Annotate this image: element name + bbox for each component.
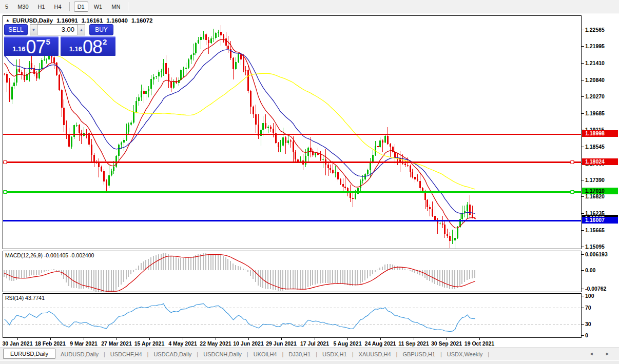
date-axis-tick <box>479 338 480 340</box>
price-axis-label: -0.00762 <box>585 286 606 292</box>
ohlc-open: 1.16091 <box>56 17 78 24</box>
axis-tick-dash <box>582 213 584 214</box>
price-axis-label: 1.15095 <box>585 244 605 250</box>
price-axis-label: 0.006193 <box>585 251 608 257</box>
rsi-chart-canvas[interactable] <box>3 294 581 337</box>
axis-tick-dash <box>582 289 584 289</box>
tab-audusd-daily[interactable]: AUDUSD,Daily <box>55 350 104 359</box>
axis-tick-dash <box>582 254 584 255</box>
chart-symbol-label: EURUSD,Daily <box>12 17 53 24</box>
hline-price-flag: 1.18024 <box>582 158 618 165</box>
timeframe-button-5[interactable]: 5 <box>2 2 12 12</box>
status-bar <box>0 360 619 364</box>
timeframe-button-w1[interactable]: W1 <box>90 2 106 12</box>
sell-button[interactable]: SELL <box>4 24 28 35</box>
main-chart-pane[interactable]: ▲ EURUSD,Daily 1.16091 1.16161 1.16040 1… <box>3 15 582 249</box>
date-axis-label: 19 Oct 2021 <box>460 340 498 347</box>
date-axis-tick <box>347 338 348 340</box>
axis-tick-dash <box>582 296 584 296</box>
timeframe-button-h1[interactable]: H1 <box>34 2 49 12</box>
axis-tick-dash <box>582 324 584 325</box>
axis-tick-dash <box>582 113 584 114</box>
axis-tick-dash <box>582 196 584 197</box>
date-axis-tick <box>149 338 150 340</box>
price-axis-label: 1.21995 <box>585 43 605 49</box>
timeframe-button-d1[interactable]: D1 <box>74 2 88 12</box>
buy-price-button[interactable]: 1.16 08 2 <box>61 36 115 56</box>
date-axis-tick <box>248 338 249 340</box>
price-axis-label: 0 <box>585 332 588 338</box>
tab-usdcad-daily[interactable]: USDCAD,Daily <box>148 350 197 359</box>
macd-indicator-label: MACD(12,26,9) -0.001405 -0.002400 <box>5 252 94 258</box>
axis-tick-dash <box>582 80 584 80</box>
date-axis: 30 Jan 202118 Feb 20219 Mar 202127 Mar 2… <box>3 338 582 348</box>
ohlc-high: 1.16161 <box>82 17 103 24</box>
axis-tick-dash <box>582 270 584 271</box>
tab-usdx-h1[interactable]: USDX,H1 <box>317 350 352 359</box>
rsi-indicator-pane[interactable]: RSI(14) 43.7741 <box>3 293 582 338</box>
date-axis-label: 27 Mar 2021 <box>98 340 136 347</box>
price-axis-label: 30 <box>585 321 591 327</box>
price-axis-label: 1.19685 <box>585 110 605 116</box>
tab-ukoil-h4[interactable]: UKOil,H4 <box>248 350 282 359</box>
macd-indicator-pane[interactable]: MACD(12,26,9) -0.001405 -0.002400 <box>3 251 582 292</box>
price-axis: 1.225651.219951.214101.208401.202701.196… <box>582 0 619 364</box>
hline-price-flag: 1.16007 <box>582 217 618 224</box>
tab-usdchf-h4[interactable]: USDCHF,H4 <box>105 350 147 359</box>
hline-price-flag: 1.18998 <box>582 130 618 137</box>
axis-tick-dash <box>582 46 584 47</box>
date-axis-label: 11 Sep 2021 <box>395 340 433 347</box>
tab-usdcnh-daily[interactable]: USDCNH,Daily <box>198 350 247 359</box>
date-axis-tick <box>50 338 51 340</box>
sell-price-digits: 07 <box>26 39 45 55</box>
date-axis-label: 22 May 2021 <box>197 340 235 347</box>
toolbar-separator <box>69 2 70 11</box>
price-axis-label: 0.00 <box>585 267 595 273</box>
axis-tick-dash <box>582 335 584 336</box>
axis-tick-dash <box>582 63 584 64</box>
axis-tick-dash <box>582 147 584 147</box>
price-axis-label: 1.21410 <box>585 60 605 66</box>
volume-input[interactable]: 3.00 <box>37 24 78 35</box>
date-axis-tick <box>447 338 447 340</box>
collapse-panel-icon[interactable]: ▲ <box>6 18 10 23</box>
axis-tick-dash <box>582 247 584 247</box>
date-axis-label: 10 Jun 2021 <box>229 340 267 347</box>
date-axis-tick <box>183 338 183 340</box>
chart-tab-bar: EURUSD,DailyAUDUSD,Daily|USDCHF,H4|USDCA… <box>0 348 619 360</box>
price-axis-label: 1.16820 <box>585 193 605 199</box>
price-axis-label: 1.20840 <box>585 77 605 83</box>
timeframe-button-mn[interactable]: MN <box>108 2 124 12</box>
date-axis-label: 29 Jun 2021 <box>262 340 300 347</box>
timeframe-button-h4[interactable]: H4 <box>51 2 65 12</box>
ohlc-low: 1.16040 <box>106 17 128 24</box>
hline-price-flag: 1.17010 <box>582 188 618 194</box>
date-axis-label: 18 Feb 2021 <box>31 340 69 347</box>
volume-increase-button[interactable]: ▲ <box>78 24 85 35</box>
price-axis-label: 70 <box>585 305 591 311</box>
axis-tick-dash <box>582 180 584 180</box>
buy-price-pip: 2 <box>103 37 107 46</box>
price-axis-label: 1.15665 <box>585 227 605 233</box>
axis-tick-dash <box>582 96 584 97</box>
tab-eurusd-daily[interactable]: EURUSD,Daily <box>3 349 55 359</box>
sell-price-prefix: 1.16 <box>12 45 25 53</box>
tab-dj30-h1[interactable]: DJ30,H1 <box>283 350 316 359</box>
date-axis-tick <box>281 338 282 340</box>
price-axis-label: 1.20270 <box>585 93 605 99</box>
date-axis-label: 4 May 2021 <box>164 340 202 347</box>
price-axis-label: 1.22565 <box>585 27 605 33</box>
volume-decrease-button[interactable]: ▼ <box>30 24 37 35</box>
date-axis-label: 5 Aug 2021 <box>328 340 366 347</box>
tab-usdx-weekly[interactable]: USDX,Weekly <box>442 350 488 359</box>
buy-button[interactable]: BUY <box>89 24 113 35</box>
date-axis-tick <box>414 338 414 340</box>
price-axis-label: 1.18545 <box>585 144 605 150</box>
axis-tick-dash <box>582 30 584 30</box>
timeframe-button-m30[interactable]: M30 <box>14 2 32 12</box>
tab-xauusd-h4[interactable]: XAUUSD,H4 <box>354 350 396 359</box>
sell-price-button[interactable]: 1.16 07 5 <box>4 36 59 56</box>
tab-gbpusd-h1[interactable]: GBPUSD,H1 <box>397 350 440 359</box>
date-axis-label: 15 Apr 2021 <box>130 340 168 347</box>
date-axis-tick <box>380 338 381 340</box>
